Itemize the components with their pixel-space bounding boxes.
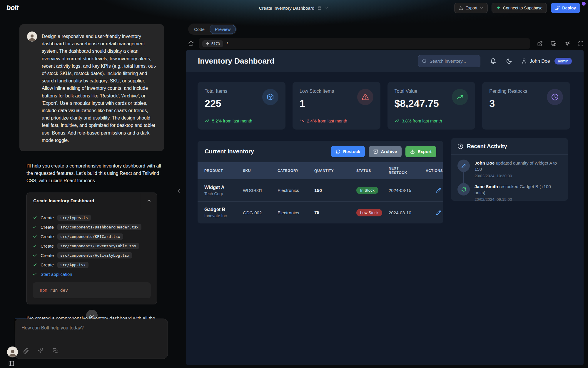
inventory-title: Current Inventory [205, 148, 254, 155]
role-badge: admin [554, 58, 572, 64]
open-in-new-tab-icon[interactable] [537, 41, 543, 47]
restock-button[interactable]: Restock [331, 146, 365, 157]
kpi-card-total-items: Total Items 225 5.2% from last month [198, 82, 285, 130]
inspector-cursor-icon[interactable] [564, 41, 570, 47]
kpi-delta: 5.2% from last month [205, 118, 252, 123]
inventory-dashboard-app: Inventory Dashboard John Doe admin Total… [186, 50, 584, 365]
check-icon [33, 272, 37, 276]
responsive-devices-icon[interactable] [551, 41, 557, 47]
step-action: Create [41, 253, 54, 258]
product-sku: GDG-002 [243, 210, 278, 215]
step-action: Create [41, 234, 54, 239]
inventory-row[interactable]: Gadget B Innovate Inc GDG-002 Electronic… [198, 201, 443, 223]
step-file[interactable]: src/components/ActivityLog.tsx [57, 252, 132, 258]
chat-mode-icon[interactable] [53, 348, 59, 354]
account-avatar[interactable] [7, 347, 18, 357]
bell-icon[interactable] [490, 58, 496, 64]
step-row: Create src/components/KPICard.tsx [33, 232, 151, 241]
lock-icon [317, 6, 322, 10]
command-binary: npm [40, 288, 47, 293]
column-header: QUANTITY [314, 169, 356, 173]
export-inventory-button[interactable]: Export [405, 146, 436, 157]
user-chip[interactable]: John Doe admin [521, 58, 572, 64]
product-supplier: Innovate Inc [204, 213, 243, 218]
user-message-text: Design a responsive and user-friendly in… [42, 32, 156, 144]
download-icon [410, 149, 415, 154]
collapse-chat-chevron[interactable] [176, 188, 182, 194]
connect-supabase-button[interactable]: Connect to Supabase [492, 3, 547, 13]
step-action: Create [41, 225, 54, 230]
url-path: / [227, 41, 228, 46]
toggle-sidebar-icon[interactable] [8, 360, 14, 367]
product-sku: WDG-001 [243, 188, 278, 193]
step-row: Create src/components/DashboardHeader.ts… [33, 222, 151, 232]
status-badge: Low Stock [356, 209, 382, 216]
edit-row-icon[interactable] [436, 188, 443, 193]
url-input[interactable]: 5173 / [199, 38, 530, 49]
product-name: Gadget B [204, 207, 243, 212]
edit-activity-icon [457, 160, 470, 172]
inventory-row[interactable]: Widget A Tech Corp WDG-001 Electronics 1… [198, 179, 443, 201]
next-restock-date: 2024-03-10 [389, 210, 426, 215]
project-title: Create Inventory Dashboard [259, 6, 314, 11]
check-icon [33, 253, 37, 258]
inventory-search-box[interactable] [418, 55, 480, 67]
step-file[interactable]: src/types.ts [57, 215, 91, 221]
step-file[interactable]: src/components/InventoryTable.tsx [57, 243, 139, 249]
product-quantity[interactable]: 75 [314, 210, 356, 215]
notification-dot [582, 2, 586, 6]
chevron-down-icon[interactable] [325, 6, 329, 10]
attach-file-icon[interactable] [23, 348, 29, 354]
activity-item: John Doe updated quantity of Widget A to… [457, 160, 562, 178]
chat-input-field[interactable] [21, 325, 151, 331]
edit-row-icon[interactable] [436, 210, 443, 215]
step-file[interactable]: src/components/KPICard.tsx [57, 233, 123, 240]
check-icon [33, 216, 37, 220]
activity-actor: John Doe [475, 160, 495, 165]
archive-icon [373, 149, 378, 154]
chevron-down-icon [480, 6, 483, 10]
step-file[interactable]: src/App.tsx [57, 262, 88, 268]
check-icon [33, 244, 37, 248]
bolt-logo[interactable]: bolt [6, 4, 18, 12]
user-icon [521, 58, 527, 64]
deploy-button[interactable]: Deploy [551, 3, 580, 13]
port-pill[interactable]: 5173 [202, 40, 223, 47]
step-file[interactable]: src/components/DashboardHeader.tsx [57, 224, 141, 230]
step-action: Create [41, 243, 54, 248]
enhance-prompt-icon[interactable] [38, 348, 44, 354]
export-button[interactable]: Export [454, 3, 487, 13]
kpi-card-total-value: Total Value $8,247.75 3.8% from last mon… [387, 82, 475, 130]
start-application-link[interactable]: Start application [41, 272, 72, 277]
terminal-command-block: npm run dev [33, 282, 151, 298]
supabase-bolt-icon [496, 6, 501, 10]
alert-triangle-icon [357, 89, 373, 105]
step-row: Create src/components/ActivityLog.tsx [33, 251, 151, 260]
collapse-artifact-button[interactable] [141, 193, 157, 209]
clock-icon [457, 143, 463, 149]
reload-icon[interactable] [188, 41, 194, 47]
kpi-cards-row: Total Items 225 5.2% from last month Low… [198, 82, 570, 130]
activity-time: 20/02/2024, 10:30:00 [475, 174, 562, 178]
product-name: Widget A [204, 185, 243, 190]
dashboard-header: Inventory Dashboard John Doe admin [186, 50, 584, 72]
restock-activity-icon [457, 183, 470, 195]
column-header: NEXT RESTOCK [389, 166, 410, 175]
preview-url-bar: 5173 / [188, 37, 584, 50]
topbar: bolt Create Inventory Dashboard Export C… [0, 0, 588, 16]
port-number: 5173 [211, 42, 220, 46]
step-row: Create src/App.tsx [33, 260, 151, 269]
connect-supabase-label: Connect to Supabase [503, 6, 543, 10]
tab-code[interactable]: Code [189, 25, 210, 34]
zap-icon [206, 42, 209, 46]
archive-button[interactable]: Archive [369, 146, 402, 157]
fullscreen-icon[interactable] [578, 41, 584, 47]
project-title-group[interactable]: Create Inventory Dashboard [259, 6, 329, 11]
inventory-search-input[interactable] [430, 59, 477, 64]
tab-preview[interactable]: Preview [210, 25, 236, 34]
artifact-header[interactable]: Create Inventory Dashboard [27, 193, 157, 209]
product-quantity[interactable]: 150 [314, 188, 356, 193]
step-action: Create [41, 215, 54, 220]
chat-input-box[interactable] [15, 319, 168, 359]
dark-mode-toggle-icon[interactable] [506, 58, 512, 64]
